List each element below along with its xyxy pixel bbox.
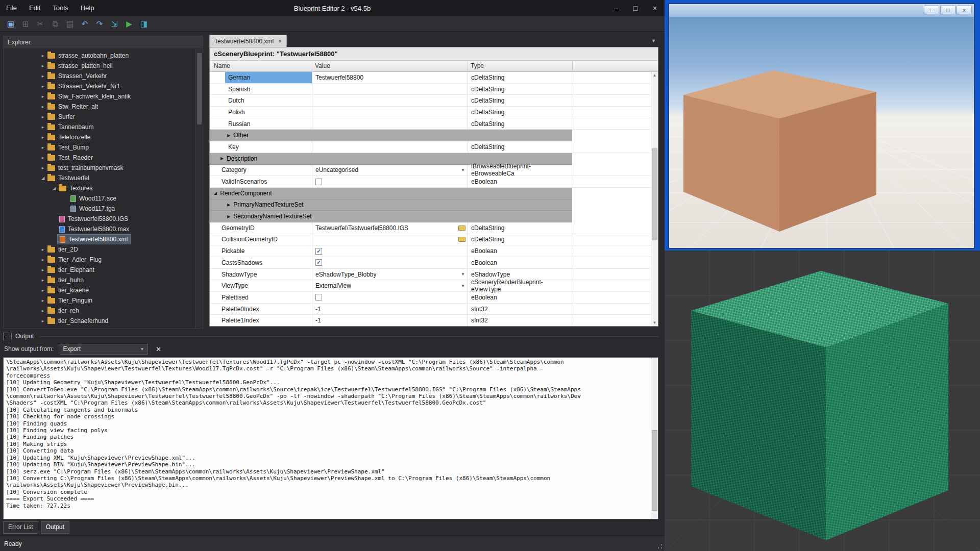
value-cell[interactable]: [312, 95, 468, 106]
name-cell[interactable]: Key: [210, 141, 312, 153]
tab-testwuerfel58800-xml[interactable]: Testwuerfel58800.xml ×: [209, 35, 287, 47]
wireframe-3d-viewport[interactable]: [665, 251, 980, 551]
toolbar-paste-button[interactable]: ▤: [63, 18, 77, 30]
menu-edit[interactable]: Edit: [23, 0, 46, 16]
explorer-scrollbar-thumb[interactable]: [197, 53, 202, 124]
tree-item-test-trainbumpenvmask[interactable]: ▸test_trainbumpenvmask: [4, 163, 195, 173]
name-cell[interactable]: CastsShadows: [210, 257, 312, 268]
tree-item-testwuerfel58800-xml[interactable]: Testwuerfel58800.xml: [4, 234, 195, 244]
group-collapsed-icon[interactable]: ▶: [227, 133, 230, 138]
browse-folder-icon[interactable]: [458, 237, 465, 242]
tree-item-test-bump[interactable]: ▸Test_Bump: [4, 142, 195, 153]
column-header-type[interactable]: Type: [471, 62, 484, 69]
name-cell[interactable]: German: [210, 72, 312, 83]
value-cell[interactable]: [312, 176, 468, 187]
value-cell[interactable]: ✓: [312, 257, 468, 268]
tree-item-tier-kraehe[interactable]: ▸tier_kraehe: [4, 285, 195, 295]
tree-item-surfer[interactable]: ▸Surfer: [4, 112, 195, 122]
value-cell[interactable]: Testwuerfel\Testwuerfel58800.IGS: [312, 222, 468, 234]
tree-item-tier-huhn[interactable]: ▸tier_huhn: [4, 275, 195, 285]
clear-output-button[interactable]: ✕: [153, 344, 163, 354]
expander-icon[interactable]: ▸: [39, 278, 46, 283]
value-cell[interactable]: [312, 118, 468, 130]
value-cell[interactable]: -1: [312, 315, 468, 326]
tree-item-telefonzelle[interactable]: ▸Telefonzelle: [4, 132, 195, 142]
name-cell[interactable]: GeometryID: [210, 222, 312, 234]
expander-icon[interactable]: ◢: [51, 186, 58, 191]
expander-icon[interactable]: ▸: [39, 84, 46, 89]
expander-icon[interactable]: ▸: [39, 155, 46, 160]
checkbox[interactable]: [315, 179, 322, 185]
group-row-secondarynamedtextureset[interactable]: ▶SecondaryNamedTextureSet: [210, 211, 572, 222]
value-cell[interactable]: ✓: [312, 245, 468, 257]
group-row-other[interactable]: ▶Other: [210, 130, 572, 141]
console-scrollbar[interactable]: [651, 358, 658, 519]
expander-icon[interactable]: ▸: [39, 73, 46, 79]
preview-close-button[interactable]: ×: [957, 6, 972, 14]
expander-icon[interactable]: ◢: [39, 176, 46, 181]
tree-item-tier-pinguin[interactable]: ▸Tier_Pinguin: [4, 295, 195, 306]
name-cell[interactable]: Polish: [210, 107, 312, 118]
expander-icon[interactable]: ▸: [39, 63, 46, 68]
name-cell[interactable]: ShadowType: [210, 269, 312, 280]
tree-item-stw-fachwerk-klein-antik[interactable]: ▸Stw_Fachwerk_klein_antik: [4, 91, 195, 102]
tree-item-tier-elephant[interactable]: ▸tier_Elephant: [4, 265, 195, 275]
tree-item-tier-2d[interactable]: ▸tier_2D: [4, 244, 195, 255]
group-row-rendercomponent[interactable]: ◢RenderComponent: [210, 188, 572, 199]
checkbox[interactable]: ✓: [315, 259, 322, 266]
toolbar-export-button[interactable]: ⇲: [108, 18, 121, 30]
dropdown-caret-icon[interactable]: ▼: [461, 272, 465, 277]
maximize-button[interactable]: □: [626, 0, 645, 16]
name-cell[interactable]: ViewType: [210, 280, 312, 291]
toolbar-copy-button[interactable]: ⧉: [48, 18, 62, 30]
expander-icon[interactable]: ▸: [39, 257, 46, 262]
menu-tools[interactable]: Tools: [46, 0, 74, 16]
expander-icon[interactable]: ▸: [39, 104, 46, 109]
checkbox[interactable]: [315, 294, 322, 300]
tree-item-textures[interactable]: ◢Textures: [4, 183, 195, 193]
value-cell[interactable]: -1: [312, 304, 468, 315]
value-cell[interactable]: [312, 292, 468, 303]
value-cell[interactable]: [312, 84, 468, 95]
grid-scroll-up-icon[interactable]: ▲: [651, 72, 658, 79]
output-source-dropdown[interactable]: Export ▼: [59, 344, 148, 355]
expander-icon[interactable]: ▸: [39, 145, 46, 150]
grid-scrollbar[interactable]: ▲ ▼: [651, 72, 658, 326]
name-cell[interactable]: Category: [210, 165, 312, 176]
expander-icon[interactable]: ▸: [39, 298, 46, 303]
expander-icon[interactable]: ▸: [39, 114, 46, 119]
browse-folder-icon[interactable]: [458, 226, 465, 231]
dropdown-caret-icon[interactable]: ▼: [461, 168, 465, 172]
group-collapsed-icon[interactable]: ▶: [227, 214, 230, 219]
preview-maximize-button[interactable]: □: [940, 6, 955, 14]
value-cell[interactable]: eUncategorised▼: [312, 165, 468, 176]
menu-help[interactable]: Help: [75, 0, 101, 16]
column-header-value[interactable]: Value: [315, 62, 330, 69]
expander-icon[interactable]: ▸: [39, 53, 46, 58]
tree-item-wood117-tga[interactable]: Wood117.tga: [4, 204, 195, 214]
expander-icon[interactable]: ▸: [39, 308, 46, 313]
column-header-name[interactable]: Name: [214, 62, 230, 69]
toolbar-undo-button[interactable]: ↶: [78, 18, 91, 30]
toolbar-cut-button[interactable]: ✂: [34, 18, 47, 30]
expander-icon[interactable]: ▸: [39, 124, 46, 130]
tab-list-dropdown-icon[interactable]: ▼: [651, 38, 656, 43]
tree-item-tier-reh[interactable]: ▸tier_reh: [4, 306, 195, 316]
expander-icon[interactable]: ▸: [39, 135, 46, 140]
expander-icon[interactable]: ▸: [39, 288, 46, 293]
tab-output[interactable]: Output: [41, 521, 69, 534]
name-cell[interactable]: Pickable: [210, 245, 312, 257]
tree-item-testwuerfel58800-max[interactable]: Testwuerfel58800.max: [4, 224, 195, 234]
tree-item-strasse-platten-hell[interactable]: ▸strasse_platten_hell: [4, 61, 195, 71]
console-output[interactable]: \SteamApps\common\railworks\Assets\Kuju\…: [6, 359, 649, 518]
tree-item-stw-reiter-alt[interactable]: ▸Stw_Reiter_alt: [4, 102, 195, 112]
tree-item-testwuerfel58800-igs[interactable]: Testwuerfel58800.IGS: [4, 214, 195, 224]
close-button[interactable]: ×: [645, 0, 665, 16]
tree-item-strassen-verkehr-nr1[interactable]: ▸Strassen_Verkehr_Nr1: [4, 81, 195, 91]
tree-item-strassen-verkehr[interactable]: ▸Strassen_Verkehr: [4, 71, 195, 81]
group-collapsed-icon[interactable]: ▶: [227, 203, 230, 207]
checkbox[interactable]: ✓: [315, 248, 322, 255]
name-cell[interactable]: Spanish: [210, 84, 312, 95]
grid-scrollbar-thumb[interactable]: [652, 148, 657, 240]
name-cell[interactable]: Palette0Index: [210, 304, 312, 315]
